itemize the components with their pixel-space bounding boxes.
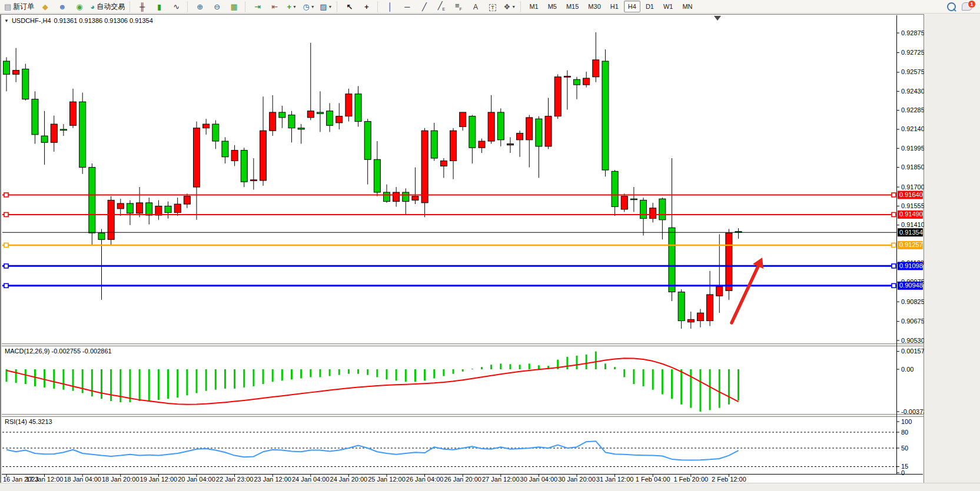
timeframe-button-w1[interactable]: W1	[659, 1, 677, 12]
cursor-button[interactable]: ↖	[341, 0, 358, 13]
timeframe-button-h4[interactable]: H4	[624, 1, 640, 12]
line-handle	[4, 264, 8, 268]
bear-candle	[678, 292, 685, 320]
equidistant-channel-button[interactable]: ╱E	[433, 0, 450, 13]
bear-candle	[288, 115, 295, 128]
timeframe-button-m30[interactable]: M30	[584, 1, 604, 12]
bull-candle	[488, 112, 494, 141]
timeframe-button-m1[interactable]: M1	[525, 1, 542, 12]
candlestick-chart-button[interactable]: ▮	[151, 0, 168, 13]
main-toolbar: ▤新订单◆☻◉◕自动交易╫▮∿⊕⊖▦⇥⇤+▼◷▼▨▼↖+│─╱╱E≡FAT❖▼M…	[0, 0, 980, 14]
crosshair-button[interactable]: +	[358, 0, 375, 13]
bar-chart-button[interactable]: ╫	[134, 0, 151, 13]
bull-candle	[174, 204, 181, 212]
search-icon[interactable]	[947, 2, 956, 11]
periods-button[interactable]: ◷▼	[300, 0, 317, 13]
macd-axis-label: 0.00	[901, 366, 913, 373]
bear-candle	[60, 129, 67, 131]
bull-candle	[117, 203, 124, 209]
price-axis-label: 0.92285	[901, 106, 924, 113]
tile-windows-button[interactable]: ▦	[225, 0, 242, 13]
bull-candle	[697, 313, 703, 320]
bull-candle	[650, 208, 656, 219]
rsi-axis-label: 100	[901, 418, 912, 425]
chevron-down-icon: ▼	[293, 5, 297, 9]
bull-candle	[450, 131, 457, 161]
chevron-down-icon: ▼	[328, 5, 332, 9]
bull-candle	[687, 319, 694, 322]
time-axis-label: 23 Jan 12:00	[254, 476, 291, 483]
timeframe-button-m5[interactable]: M5	[544, 1, 561, 12]
bull-candle	[507, 144, 513, 145]
toolbar-button-label: 新订单	[13, 3, 34, 10]
trendline-button[interactable]: ╱	[416, 0, 433, 13]
chart-collapse-icon[interactable]: ▼	[4, 18, 9, 24]
indicators-button[interactable]: +▼	[283, 0, 300, 13]
timeframe-button-h1[interactable]: H1	[606, 1, 623, 12]
new-order-icon: ▤	[4, 3, 11, 11]
bear-candle	[469, 116, 476, 148]
line-handle	[892, 212, 896, 216]
bear-candle	[98, 233, 105, 239]
bull-candle	[412, 196, 418, 201]
vertical-line-button[interactable]: │	[381, 0, 398, 13]
horizontal-line-button[interactable]: ─	[398, 0, 416, 13]
macd-axis-label: -0.003733	[901, 408, 924, 415]
price-axis-label: 0.90530	[901, 337, 924, 344]
cursor-icon: ↖	[346, 3, 353, 11]
templates-button[interactable]: ▨▼	[317, 0, 334, 13]
new-order-button[interactable]: ▤新订单	[2, 0, 36, 13]
chat-icon[interactable]: 1	[962, 2, 972, 11]
price-axis-label: 0.90675	[901, 318, 924, 325]
chart-canvas[interactable]: 0.928750.927250.925750.924300.922850.921…	[1, 15, 924, 483]
price-axis-label: 0.92140	[901, 125, 924, 132]
bull-candle	[460, 112, 466, 127]
text-button[interactable]: A	[467, 0, 484, 13]
profile-icon: ☻	[58, 3, 67, 11]
zoom-in-button[interactable]: ⊕	[191, 0, 208, 13]
arrows-button[interactable]: ❖▼	[501, 0, 518, 13]
metaeditor-icon: ◆	[42, 3, 48, 11]
toolbar-separator	[187, 2, 189, 12]
toolbar-separator	[377, 2, 379, 12]
timeframe-button-d1[interactable]: D1	[642, 1, 658, 12]
autotrading-button[interactable]: ◕自动交易	[88, 0, 127, 13]
text-label-button[interactable]: T	[484, 0, 501, 13]
time-axis-label: 1 Feb 04:00	[636, 476, 670, 483]
bull-candle	[545, 116, 552, 146]
time-axis-label: 20 Jan 04:00	[178, 476, 215, 483]
auto-scroll-icon: ⇥	[254, 3, 261, 11]
time-axis-label: 24 Jan 04:00	[292, 476, 330, 483]
chart-shift-button[interactable]: ⇤	[266, 0, 283, 13]
signals-icon: ◉	[76, 3, 82, 11]
bull-candle	[707, 295, 713, 321]
bear-candle	[602, 61, 609, 170]
bull-candle	[108, 200, 114, 239]
line-chart-button[interactable]: ∿	[168, 0, 185, 13]
bid-price-label-text: 0.91354	[899, 229, 923, 236]
price-axis-label: 0.92725	[901, 49, 924, 56]
toolbar-separator	[129, 2, 131, 12]
bull-candle	[51, 124, 57, 142]
time-axis-label: 30 Jan 04:00	[520, 476, 558, 483]
timeframe-button-mn[interactable]: MN	[678, 1, 696, 12]
price-axis-label: 0.91555	[901, 202, 924, 209]
fibonacci-button[interactable]: ≡F	[450, 0, 467, 13]
macd-indicator-label: MACD(12,26,9) -0.002755 -0.002861	[5, 348, 112, 355]
line-handle	[4, 243, 8, 247]
auto-scroll-button[interactable]: ⇥	[249, 0, 266, 13]
zoom-out-button[interactable]: ⊖	[208, 0, 225, 13]
label-icon: T	[489, 3, 496, 11]
toolbar-button-label: 自动交易	[97, 3, 125, 10]
timeframe-button-m15[interactable]: M15	[562, 1, 583, 12]
bear-candle	[241, 151, 247, 182]
bull-candle	[554, 77, 561, 116]
fibo-icon: ≡F	[455, 2, 462, 11]
bear-candle	[612, 171, 618, 206]
signals-button[interactable]: ◉	[71, 0, 88, 13]
metaeditor-button[interactable]: ◆	[36, 0, 54, 13]
chart-title: ▼ USDCHF-,H4 0.91361 0.91386 0.91306 0.9…	[4, 17, 153, 24]
bear-candle	[659, 199, 666, 220]
line-price-label-text: 0.91640	[899, 191, 923, 198]
profile-button[interactable]: ☻	[54, 0, 71, 13]
